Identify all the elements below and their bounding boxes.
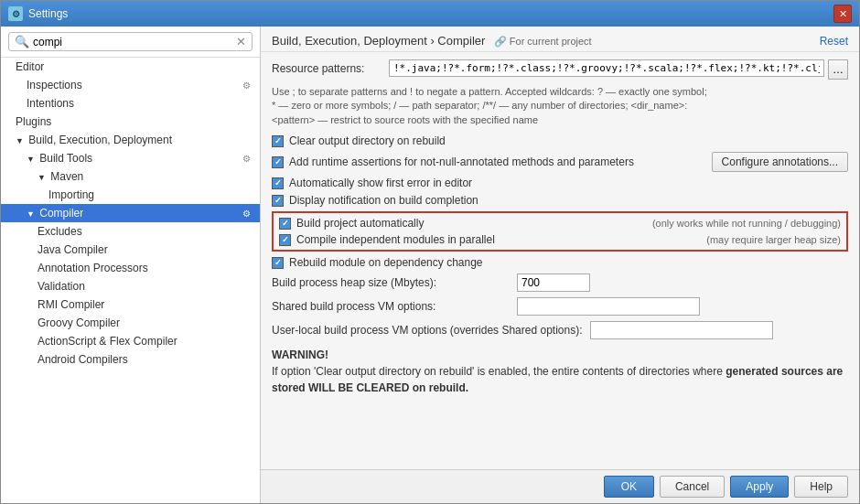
shared-vm-label: Shared build process VM options: xyxy=(272,300,510,313)
compile-parallel-checkbox[interactable] xyxy=(279,234,291,246)
resource-patterns-input-container: … xyxy=(389,59,848,80)
sidebar-item-build-execution-deployment[interactable]: ▼ Build, Execution, Deployment xyxy=(1,131,260,149)
display-notification-label: Display notification on build completion xyxy=(289,194,478,207)
shared-vm-input[interactable] xyxy=(517,297,700,316)
warning-title: WARNING! xyxy=(272,349,328,361)
sidebar-item-build-tools[interactable]: ▼ Build Tools ⚙ xyxy=(1,149,260,167)
build-auto-note: (only works while not running / debuggin… xyxy=(652,218,841,229)
runtime-assertions-label: Add runtime assertions for not-null-anno… xyxy=(289,155,634,168)
title-bar: ⚙ Settings ✕ xyxy=(1,1,859,27)
option-row-display-notification: Display notification on build completion xyxy=(272,194,848,207)
clear-output-checkbox[interactable] xyxy=(272,135,284,147)
sidebar-item-rmi-compiler[interactable]: RMI Compiler xyxy=(1,295,260,314)
show-first-error-checkbox[interactable] xyxy=(272,177,284,189)
sidebar-item-editor[interactable]: Editor xyxy=(1,58,260,76)
build-auto-row: Build project automatically (only works … xyxy=(279,217,841,230)
sidebar-item-compiler[interactable]: ▼ Compiler ⚙ xyxy=(1,204,260,222)
sidebar-item-annotation-processors[interactable]: Annotation Processors xyxy=(1,259,260,277)
sidebar-item-build-tools-label: ▼ Build Tools xyxy=(27,152,92,165)
sidebar-item-compiler-label: ▼ Compiler xyxy=(27,207,83,220)
sidebar-item-java-compiler-label: Java Compiler xyxy=(38,243,108,256)
sidebar-item-importing[interactable]: Importing xyxy=(1,186,260,204)
search-input[interactable] xyxy=(33,36,232,48)
sidebar-item-android-compilers[interactable]: Android Compilers xyxy=(1,350,260,369)
settings-main-panel: Build, Execution, Deployment › Compiler … xyxy=(261,27,859,503)
option-row-runtime-assertions: Add runtime assertions for not-null-anno… xyxy=(272,152,848,172)
settings-window: ⚙ Settings ✕ 🔍 ✕ Editor xyxy=(0,0,860,504)
compile-parallel-row: Compile independent modules in parallel … xyxy=(279,233,841,246)
build-tools-settings-icon: ⚙ xyxy=(240,152,253,165)
ok-button[interactable]: OK xyxy=(604,476,654,498)
sidebar-item-actionscript-label: ActionScript & Flex Compiler xyxy=(38,335,177,348)
bottom-bar: OK Cancel Apply Help xyxy=(261,469,859,503)
sidebar-item-java-compiler[interactable]: Java Compiler xyxy=(1,241,260,259)
resource-patterns-input[interactable] xyxy=(389,59,824,77)
sidebar-item-editor-label: Editor xyxy=(16,60,44,73)
inspections-settings-icon: ⚙ xyxy=(240,79,253,91)
sidebar-item-maven-label: ▼ Maven xyxy=(38,170,83,183)
clear-output-label: Clear output directory on rebuild xyxy=(289,134,446,147)
breadcrumb: Build, Execution, Deployment › Compiler xyxy=(272,34,485,48)
sidebar-item-groovy-compiler-label: Groovy Compiler xyxy=(38,316,120,329)
sidebar-item-groovy-compiler[interactable]: Groovy Compiler xyxy=(1,314,260,332)
build-auto-checkbox[interactable] xyxy=(279,218,291,230)
user-local-vm-input[interactable] xyxy=(590,321,773,339)
show-first-error-label: Automatically show first error in editor xyxy=(289,177,472,189)
sidebar-item-maven[interactable]: ▼ Maven xyxy=(1,167,260,186)
configure-annotations-button[interactable]: Configure annotations... xyxy=(712,152,848,172)
display-notification-checkbox[interactable] xyxy=(272,195,284,207)
sidebar-item-validation[interactable]: Validation xyxy=(1,277,260,295)
heap-size-row: Build process heap size (Mbytes): xyxy=(272,273,848,292)
sidebar-item-inspections[interactable]: Inspections ⚙ xyxy=(1,76,260,94)
main-header: Build, Execution, Deployment › Compiler … xyxy=(261,27,859,52)
sidebar-item-inspections-label: Inspections xyxy=(27,79,82,91)
reset-link[interactable]: Reset xyxy=(820,35,848,48)
title-bar-left: ⚙ Settings xyxy=(8,6,68,21)
sidebar-item-importing-label: Importing xyxy=(48,188,94,201)
sidebar-content: Editor Inspections ⚙ Intentions Plugins … xyxy=(1,58,260,503)
apply-button[interactable]: Apply xyxy=(730,476,789,498)
for-current-project: For current project xyxy=(510,36,592,47)
main-content-area: 🔍 ✕ Editor Inspections ⚙ Intentions xyxy=(1,27,859,503)
window-close-button[interactable]: ✕ xyxy=(833,5,852,23)
sidebar-item-intentions[interactable]: Intentions xyxy=(1,94,260,113)
project-scope-label: 🔗 For current project xyxy=(494,36,592,47)
settings-scroll-area: Resource patterns: … Use ; to separate p… xyxy=(261,52,859,469)
sidebar-item-android-compilers-label: Android Compilers xyxy=(38,353,128,366)
sidebar-item-actionscript[interactable]: ActionScript & Flex Compiler xyxy=(1,332,260,350)
shared-vm-row: Shared build process VM options: xyxy=(272,297,848,316)
sidebar-item-excludes-label: Excludes xyxy=(38,225,82,238)
search-container: 🔍 ✕ xyxy=(1,27,260,58)
highlighted-options-section: Build project automatically (only works … xyxy=(272,211,848,252)
build-auto-label: Build project automatically xyxy=(296,217,424,230)
sidebar-item-excludes[interactable]: Excludes xyxy=(1,222,260,241)
sidebar: 🔍 ✕ Editor Inspections ⚙ Intentions xyxy=(1,27,261,503)
heap-size-input[interactable] xyxy=(517,273,590,292)
window-title: Settings xyxy=(28,7,68,20)
sidebar-item-plugins-label: Plugins xyxy=(16,115,51,128)
resource-patterns-hint: Use ; to separate patterns and ! to nega… xyxy=(272,85,848,127)
user-local-vm-row: User-local build process VM options (ove… xyxy=(272,321,848,339)
user-local-vm-label: User-local build process VM options (ove… xyxy=(272,324,583,337)
option-row-clear-output: Clear output directory on rebuild xyxy=(272,134,848,147)
option-row-show-first-error: Automatically show first error in editor xyxy=(272,177,848,189)
runtime-assertions-checkbox[interactable] xyxy=(272,156,284,168)
heap-size-label: Build process heap size (Mbytes): xyxy=(272,276,510,289)
warning-text: If option 'Clear output directory on reb… xyxy=(272,365,843,394)
option-row-rebuild-module: Rebuild module on dependency change xyxy=(272,256,848,269)
sidebar-item-plugins[interactable]: Plugins xyxy=(1,113,260,131)
resource-patterns-browse-button[interactable]: … xyxy=(828,59,848,80)
sidebar-item-bed-label: ▼ Build, Execution, Deployment xyxy=(16,134,172,146)
resource-patterns-label: Resource patterns: xyxy=(272,59,382,75)
resource-patterns-row: Resource patterns: … xyxy=(272,59,848,80)
rebuild-module-checkbox[interactable] xyxy=(272,257,284,269)
settings-app-icon: ⚙ xyxy=(8,6,23,21)
sidebar-item-validation-label: Validation xyxy=(38,280,85,293)
search-clear-icon[interactable]: ✕ xyxy=(236,36,246,48)
sidebar-item-rmi-compiler-label: RMI Compiler xyxy=(38,298,104,311)
rebuild-module-label: Rebuild module on dependency change xyxy=(289,256,483,269)
help-button[interactable]: Help xyxy=(794,476,848,498)
cancel-button[interactable]: Cancel xyxy=(660,476,725,498)
close-icon: ✕ xyxy=(839,8,847,20)
compile-parallel-note: (may require larger heap size) xyxy=(706,234,841,245)
